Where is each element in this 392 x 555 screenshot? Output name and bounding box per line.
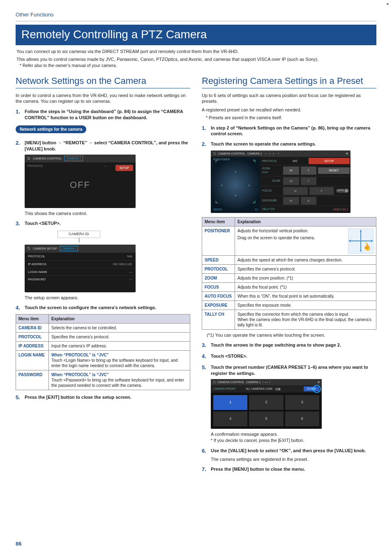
footnote: (*1) You can operate the camera while to… (207, 332, 376, 338)
page-dots-icon: • • (269, 152, 274, 155)
camera-chip[interactable]: CAMERA 1 (246, 380, 261, 384)
camera-chip[interactable]: CAMERA 1 (247, 152, 262, 155)
table-row-key: EXPOSURE (202, 301, 235, 310)
preset-label: CAMERA PRESET (213, 387, 236, 391)
camera-setup-mock: ⮌ CAMERA SETUP CAMERA 1 PROTOCOLN/A IP A… (25, 245, 136, 292)
section-heading-preset: Registering Camera Settings in a Preset (202, 75, 376, 89)
autofocus-toggle[interactable]: AUTO (336, 189, 349, 193)
exposure-a-button[interactable]: A (301, 197, 317, 205)
preset-tile-3[interactable]: 3 (285, 395, 319, 410)
r-step-2-text: Touch the screen to operate the camera s… (211, 141, 376, 147)
setup-row-value: --- (129, 278, 133, 282)
table-row-key: TALLY CH (202, 310, 235, 330)
condition-body: Touch <Login Name> to bring up the softw… (51, 358, 187, 368)
setup-button[interactable]: SETUP (115, 165, 133, 171)
table-header: Menu item (202, 217, 235, 227)
setup-button[interactable]: SETUP (309, 158, 350, 164)
store-button[interactable]: STORE (304, 386, 319, 391)
chevron-left-icon[interactable]: ‹ (221, 182, 222, 187)
step-2-part-2: “REMOTE” (63, 140, 88, 145)
zoom-wide-fast-button[interactable]: W (283, 166, 299, 174)
chevron-right-icon[interactable]: › (277, 152, 280, 155)
table-row-key: FOCUS (202, 283, 235, 292)
setup-row-key[interactable]: PROTOCOL (28, 254, 45, 259)
setup-row-value: 192.168.0.101 (113, 262, 132, 266)
back-icon[interactable]: ⮌ (27, 157, 30, 161)
chevron-left-icon[interactable]: ‹ (262, 380, 263, 384)
setup-row-value: N/A (127, 254, 132, 259)
preset-intro-1: Up to 6 sets of settings such as camera … (202, 92, 376, 104)
preset-tile-2[interactable]: 2 (249, 395, 283, 410)
preset-tile-1[interactable]: 1 (213, 395, 247, 410)
r-step-3-text: Touch the arrows in the page switching a… (211, 342, 376, 348)
step-number: 2. (202, 141, 208, 148)
focus-label: FOCUS (260, 187, 282, 194)
page-title: Remotely Controlling a PTZ Camera (16, 25, 376, 45)
step-2-text: [MENU] button → “REMOTE” → select “CAMER… (25, 140, 190, 152)
zoom-tele-slow-button[interactable]: T (301, 177, 317, 185)
preset-tile-6[interactable]: 6 (285, 412, 319, 426)
step-number: 5. (202, 364, 208, 371)
table-row-key: IP ADDRESS (16, 342, 49, 351)
table-row-key: PROTOCOL (16, 333, 49, 342)
mock-title: CAMERA SETUP (33, 247, 57, 251)
right-column: Registering Camera Settings in a Preset … (202, 74, 376, 475)
exposure-m-button[interactable]: M (283, 197, 299, 205)
r-step-5-text: Touch the preset number (CAMERA PRESET 1… (211, 364, 376, 377)
zoom-wide-slow-button[interactable]: W (283, 177, 299, 185)
tally-value[interactable]: VIDEO IN 1 (282, 206, 350, 213)
setup-row-value: --- (129, 270, 133, 274)
camera-chip[interactable]: CAMERA 1 (64, 156, 83, 161)
step-4-text: Touch the screen to configure the camera… (25, 305, 190, 311)
step-5-text: Press the [EXIT] button to close the set… (25, 394, 190, 400)
step-number: 5. (16, 394, 22, 401)
back-icon[interactable]: ⮌ (213, 152, 216, 155)
preset-tile-5[interactable]: 5 (249, 412, 283, 426)
condition-heading: When “PROTOCOL” is “JVC” (51, 352, 187, 358)
condition-heading: When “PROTOCOL” is “JVC” (51, 372, 187, 377)
preset-note: * Presets are saved in the camera itself… (206, 115, 376, 121)
all-load-label: ALL CAMERAS LOAD (246, 387, 272, 391)
setup-row-key[interactable]: LOGIN NAME (28, 270, 47, 274)
table-row-key: AUTO FOCUS (202, 292, 235, 301)
chevron-right-icon[interactable]: › (249, 182, 250, 187)
table-row-value: When this is “ON”, the focal point is se… (235, 292, 376, 301)
setup-row-key[interactable]: IP ADDRESS (28, 262, 46, 266)
zoom-label: ZOOMFAST (260, 165, 282, 176)
step-2-part-1: [MENU] button (25, 140, 58, 145)
step-number: 1. (16, 109, 22, 116)
positioner-pad[interactable]: POSITIONER ˄ ˅ ‹ › SPEED 12 (211, 157, 260, 213)
focus-near-button[interactable]: N (283, 187, 308, 195)
caption-preset: A confirmation message appears. (211, 431, 376, 437)
breadcrumb: Other Functions (16, 12, 376, 18)
focus-far-button[interactable]: F (309, 187, 334, 195)
back-icon[interactable]: ⮌ (213, 380, 216, 384)
reset-button[interactable]: RESET (318, 167, 350, 173)
mock-title: CAMERA CONTROL (217, 380, 244, 384)
all-load-toggle[interactable] (275, 388, 281, 391)
chevron-right-icon[interactable]: › (269, 380, 270, 384)
intro-note: * Refer also to the owner’s manual of yo… (20, 63, 376, 69)
positioner-illustration: ▲ ▼ ◀ ▶ ☝ (348, 228, 374, 254)
chevron-left-icon[interactable]: ‹ (264, 152, 267, 155)
camera-chip[interactable]: CAMERA 1 (60, 246, 78, 251)
r-step-6-text: Use the [VALUE] knob to select “OK”, and… (211, 448, 376, 454)
camera-control-table: Menu item Explanation POSITIONER ▲ ▼ ◀ ▶… (202, 217, 376, 330)
tally-label: TALLY CH (260, 206, 282, 213)
arrow-icon: → (58, 140, 62, 145)
chevron-up-icon[interactable]: ˄ (235, 171, 237, 176)
mock-title: CAMERA CONTROL (33, 157, 62, 161)
step-number: 1. (202, 125, 208, 132)
divider (16, 21, 376, 21)
step-3-text: Touch <SETUP>. (25, 220, 190, 227)
setup-row-key[interactable]: PASSWORD (28, 278, 46, 282)
zoom-tele-fast-button[interactable]: T (301, 166, 317, 174)
chevron-down-icon[interactable]: ˅ (235, 194, 237, 199)
table-row-key: CAMERA ID (16, 324, 49, 333)
back-icon[interactable]: ⮌ (27, 247, 30, 251)
caption-step6: The camera settings are registered in th… (211, 456, 376, 462)
table-row-value: Specifies the camera’s protocol. (49, 333, 190, 342)
table-row-value: Adjusts the focal point. (*1) (235, 283, 376, 292)
preset-tile-4[interactable]: 4 (213, 412, 247, 426)
step-number: 4. (16, 305, 22, 312)
